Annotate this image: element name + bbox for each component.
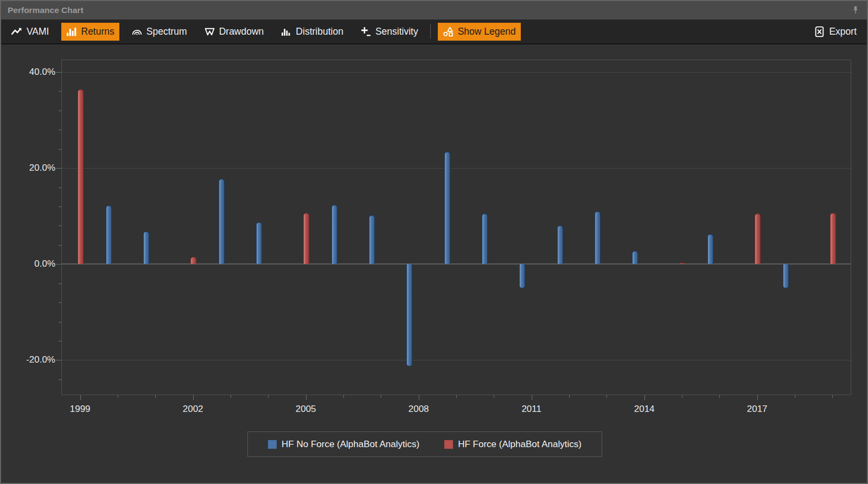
plot-area (61, 60, 851, 395)
bar-2002-hf-force[interactable] (190, 257, 196, 264)
bar-2017-hf-force[interactable] (755, 214, 761, 264)
bar-1999-hf-force[interactable] (78, 89, 84, 264)
y-axis-minor-tick (59, 130, 61, 130)
legend-label: HF Force (AlphaBot Analytics) (458, 439, 582, 450)
bar-2013-hf-no-force[interactable] (595, 211, 601, 264)
show-legend-button[interactable]: Show Legend (438, 23, 521, 41)
distribution-label: Distribution (296, 26, 343, 37)
spectrum-button[interactable]: Spectrum (126, 23, 192, 41)
x-axis-label: 2005 (288, 404, 324, 415)
gridline--20.0% (62, 360, 851, 360)
returns-label: Returns (81, 26, 114, 37)
bar-2015-hf-force[interactable] (680, 263, 686, 264)
x-axis-label: 1999 (62, 404, 98, 415)
x-axis-tick (494, 395, 494, 398)
drawdown-icon (204, 26, 215, 37)
bar-2000-hf-no-force[interactable] (106, 205, 112, 264)
bar-2004-hf-no-force[interactable] (256, 222, 262, 264)
pin-icon[interactable] (851, 5, 860, 15)
bar-2018-hf-no-force[interactable] (783, 264, 789, 288)
x-axis-label: 2014 (627, 404, 662, 415)
bar-2012-hf-no-force[interactable] (557, 225, 563, 264)
x-axis-label: 2011 (514, 404, 550, 415)
vami-label: VAMI (27, 26, 49, 37)
sensitivity-button[interactable]: Sensitivity (355, 23, 423, 41)
x-axis-tick (80, 395, 81, 400)
chart-toolbar: VAMIReturnsSpectrumDrawdownDistributionS… (1, 20, 867, 44)
x-axis-tick (456, 395, 457, 398)
bar-2001-hf-no-force[interactable] (143, 231, 149, 264)
y-axis-label: 0.0% (15, 259, 55, 269)
x-axis-tick (343, 395, 344, 398)
bar-2019-hf-force[interactable] (830, 213, 836, 264)
gridline-0.0% (62, 263, 851, 264)
x-axis-tick (155, 395, 156, 398)
distribution-icon (280, 26, 292, 37)
sensitivity-icon (360, 26, 372, 37)
legend-swatch (444, 440, 453, 449)
chart-legend: HF No Force (AlphaBot Analytics)HF Force… (247, 431, 602, 457)
y-axis-minor-tick (59, 91, 61, 92)
bar-2010-hf-no-force[interactable] (482, 214, 488, 264)
y-axis-minor-tick (59, 188, 61, 188)
distribution-button[interactable]: Distribution (276, 23, 348, 41)
sensitivity-label: Sensitivity (375, 26, 418, 37)
vami-button[interactable]: VAMI (7, 23, 54, 41)
spectrum-label: Spectrum (146, 26, 187, 37)
x-axis-tick (569, 395, 570, 398)
legend-label: HF No Force (AlphaBot Analytics) (282, 439, 419, 450)
bar-2011-hf-no-force[interactable] (519, 264, 525, 288)
legend-swatch (268, 440, 277, 449)
y-axis-major-tick (56, 264, 61, 264)
x-axis-tick (795, 395, 795, 398)
y-axis-major-tick (56, 168, 61, 169)
x-axis-label: 2002 (175, 404, 211, 415)
legend-item-hf-force: HF Force (AlphaBot Analytics) (444, 439, 582, 450)
y-axis-minor-tick (59, 283, 61, 284)
bar-2005-hf-force[interactable] (303, 213, 309, 264)
chart-panel: 40.0%20.0%0.0%-20.0%19992002200520082011… (1, 44, 867, 483)
x-axis-tick (419, 395, 419, 400)
x-axis-tick (757, 395, 758, 400)
drawdown-button[interactable]: Drawdown (199, 23, 269, 41)
page-title: Performance Chart (8, 5, 84, 15)
bar-2008-hf-no-force[interactable] (406, 264, 412, 366)
bar-2014-hf-no-force[interactable] (632, 251, 638, 264)
y-axis-label: 40.0% (15, 67, 55, 78)
legend-item-hf-no-force: HF No Force (AlphaBot Analytics) (268, 439, 419, 450)
y-axis-major-tick (56, 72, 61, 73)
returns-button[interactable]: Returns (61, 23, 119, 41)
x-axis-tick (532, 395, 532, 400)
gridline-40.0% (62, 72, 851, 73)
x-axis-tick (193, 395, 194, 400)
bar-2006-hf-no-force[interactable] (331, 205, 337, 264)
x-axis-tick (306, 395, 307, 400)
bar-2007-hf-no-force[interactable] (369, 215, 375, 264)
x-axis-tick (381, 395, 381, 398)
performance-chart-window: Performance Chart VAMIReturnsSpectrumDra… (0, 0, 868, 484)
export-button[interactable]: Export (809, 23, 861, 41)
y-axis-minor-tick (59, 225, 61, 226)
x-axis-tick (118, 395, 118, 398)
y-axis-minor-tick (59, 111, 61, 111)
x-axis-tick (832, 395, 833, 398)
spectrum-icon (131, 26, 143, 37)
export-excel-icon (814, 26, 825, 37)
y-axis-label: -20.0% (15, 354, 55, 365)
y-axis-minor-tick (59, 341, 61, 341)
y-axis-minor-tick (59, 149, 61, 150)
x-axis-tick (607, 395, 607, 398)
bar-2003-hf-no-force[interactable] (219, 179, 225, 264)
bar-chart-icon (66, 26, 78, 37)
bar-2016-hf-no-force[interactable] (707, 234, 713, 264)
y-axis-minor-tick (59, 322, 61, 322)
x-axis-tick (231, 395, 231, 398)
trend-line-icon (11, 26, 23, 37)
x-axis-tick (682, 395, 682, 398)
y-axis-minor-tick (59, 245, 61, 246)
toolbar-separator (430, 24, 431, 38)
show-legend-label: Show Legend (458, 26, 516, 37)
legend-shapes-icon (443, 26, 454, 37)
bar-2009-hf-no-force[interactable] (444, 152, 450, 264)
y-axis-label: 20.0% (15, 163, 55, 173)
